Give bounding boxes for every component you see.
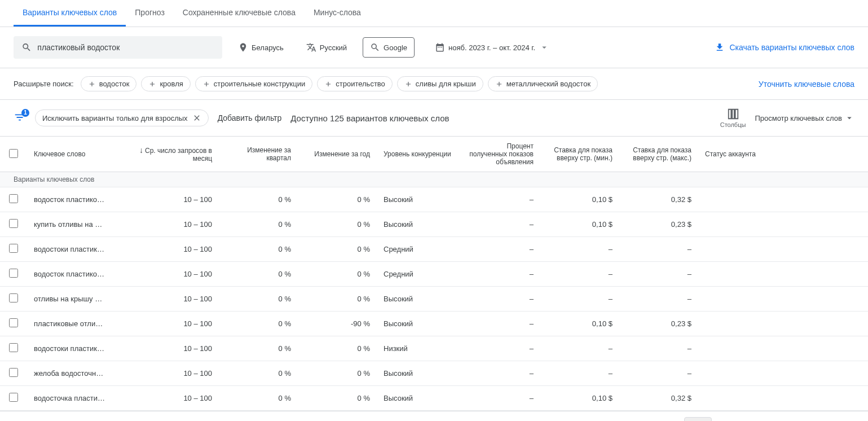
filter-row: 1 Исключить варианты только для взрослых…	[0, 100, 868, 137]
broaden-chip[interactable]: водосток	[81, 76, 137, 91]
location-selector[interactable]: Беларусь	[231, 38, 290, 57]
tab[interactable]: Варианты ключевых слов	[14, 0, 126, 27]
broaden-chip[interactable]: строительные конструкции	[195, 76, 312, 91]
row-checkbox[interactable]	[9, 318, 18, 327]
header-quarter[interactable]: Изменение за квартал	[219, 137, 298, 172]
select-all-checkbox[interactable]	[9, 149, 18, 158]
header-bid-max[interactable]: Ставка для показа вверху стр. (макс.)	[619, 137, 698, 172]
cell-keyword[interactable]: отливы на крышу пл…	[27, 287, 112, 312]
next-page-button[interactable]	[819, 419, 832, 422]
cell-keyword[interactable]: водосточка пластик…	[27, 386, 112, 411]
chevron-down-icon	[844, 113, 854, 123]
cell-bid-min: –	[540, 361, 619, 386]
row-checkbox[interactable]	[9, 343, 18, 352]
cell-competition: Средний	[377, 237, 461, 262]
cell-volume: 10 – 100	[112, 187, 219, 212]
sort-arrow-down-icon: ↓	[139, 146, 143, 155]
cell-year: 0 %	[298, 361, 377, 386]
search-row: Беларусь Русский Google нояб. 2023 г. – …	[0, 27, 868, 68]
network-selector[interactable]: Google	[363, 37, 415, 58]
cell-impression: –	[461, 287, 540, 312]
header-competition[interactable]: Уровень конкуренции	[377, 137, 461, 172]
table-row: купить отливы на кр…10 – 1000 %0 %Высоки…	[0, 212, 868, 237]
cell-bid-min: 0,10 $	[540, 312, 619, 336]
broaden-chip[interactable]: кровля	[141, 76, 190, 91]
cell-competition: Средний	[377, 262, 461, 287]
cell-keyword[interactable]: пластиковые отлив…	[27, 312, 112, 336]
cell-competition: Высокий	[377, 287, 461, 312]
header-account-status[interactable]: Статус аккаунта	[698, 137, 868, 172]
applied-filter-label: Исключить варианты только для взрослых	[42, 114, 188, 122]
cell-status	[698, 336, 868, 361]
cell-bid-min: 0,10 $	[540, 187, 619, 212]
cell-year: 0 %	[298, 237, 377, 262]
row-checkbox[interactable]	[9, 368, 18, 377]
row-checkbox[interactable]	[9, 269, 18, 278]
network-label: Google	[384, 43, 407, 52]
cell-status	[698, 187, 868, 212]
broaden-chip[interactable]: сливы для крыши	[397, 76, 483, 91]
download-button[interactable]: Скачать варианты ключевых слов	[715, 42, 854, 52]
cell-keyword[interactable]: купить отливы на кр…	[27, 212, 112, 237]
columns-icon	[727, 108, 739, 120]
language-selector[interactable]: Русский	[299, 38, 354, 57]
header-keyword[interactable]: Ключевое слово	[27, 137, 112, 172]
row-checkbox[interactable]	[9, 393, 18, 402]
filter-button[interactable]: 1	[14, 111, 26, 125]
last-page-icon	[842, 419, 854, 422]
row-checkbox[interactable]	[9, 244, 18, 253]
prev-page-button[interactable]	[797, 419, 809, 422]
cell-status	[698, 212, 868, 237]
row-checkbox[interactable]	[9, 194, 18, 203]
cell-status	[698, 361, 868, 386]
cell-competition: Высокий	[377, 187, 461, 212]
cell-bid-max: –	[619, 361, 698, 386]
last-page-button[interactable]	[842, 419, 854, 422]
table-row: водосток пластиков…10 – 1000 %0 %Высокий…	[0, 187, 868, 212]
cell-competition: Высокий	[377, 361, 461, 386]
cell-keyword[interactable]: водосток пластиков…	[27, 187, 112, 212]
add-filter-button[interactable]: Добавить фильтр	[218, 113, 282, 122]
chevron-right-icon	[819, 419, 832, 422]
refine-link[interactable]: Уточнить ключевые слова	[759, 80, 854, 89]
columns-button[interactable]: Столбцы	[720, 108, 746, 128]
tab[interactable]: Минус-слова	[305, 0, 370, 27]
table-header-row: Ключевое слово ↓Ср. число запросов в мес…	[0, 137, 868, 172]
table-section-header: Варианты ключевых слов	[0, 172, 868, 187]
cell-bid-max: 0,23 $	[619, 312, 698, 336]
applied-filter-chip[interactable]: Исключить варианты только для взрослых	[35, 109, 209, 126]
columns-label: Столбцы	[720, 121, 746, 128]
rows-per-page-select[interactable]: 10	[684, 417, 712, 421]
cell-keyword[interactable]: водосток пластиков…	[27, 262, 112, 287]
header-year[interactable]: Изменение за год	[298, 137, 377, 172]
cell-bid-min: –	[540, 336, 619, 361]
network-icon	[370, 42, 380, 52]
header-impression-share[interactable]: Процент полученных показов объявления	[461, 137, 540, 172]
search-icon	[21, 42, 32, 53]
cell-status	[698, 287, 868, 312]
row-checkbox[interactable]	[9, 293, 18, 302]
cell-impression: –	[461, 187, 540, 212]
header-bid-min[interactable]: Ставка для показа вверху стр. (мин.)	[540, 137, 619, 172]
tab[interactable]: Прогноз	[126, 0, 174, 27]
cell-quarter: 0 %	[219, 287, 298, 312]
keyword-search-input[interactable]	[37, 43, 214, 52]
cell-year: 0 %	[298, 262, 377, 287]
close-icon[interactable]	[192, 113, 201, 122]
broaden-chip[interactable]: металлический водосток	[488, 76, 598, 91]
view-selector[interactable]: Просмотр ключевых слов	[755, 113, 854, 123]
cell-keyword[interactable]: водостоки пластико…	[27, 336, 112, 361]
first-page-button[interactable]	[774, 419, 787, 422]
header-volume[interactable]: ↓Ср. число запросов в месяц	[112, 137, 219, 172]
cell-keyword[interactable]: желоба водосточны…	[27, 361, 112, 386]
table-row: желоба водосточны…10 – 1000 %0 %Высокий–…	[0, 361, 868, 386]
cell-quarter: 0 %	[219, 336, 298, 361]
cell-competition: Высокий	[377, 386, 461, 411]
date-range-selector[interactable]: нояб. 2023 г. – окт. 2024 г.	[428, 38, 557, 57]
cell-bid-min: –	[540, 287, 619, 312]
cell-keyword[interactable]: водостоки пластико…	[27, 237, 112, 262]
row-checkbox[interactable]	[9, 219, 18, 228]
search-input-wrapper[interactable]	[14, 36, 222, 59]
broaden-chip[interactable]: строительство	[317, 76, 393, 91]
tab[interactable]: Сохраненные ключевые слова	[174, 0, 305, 27]
